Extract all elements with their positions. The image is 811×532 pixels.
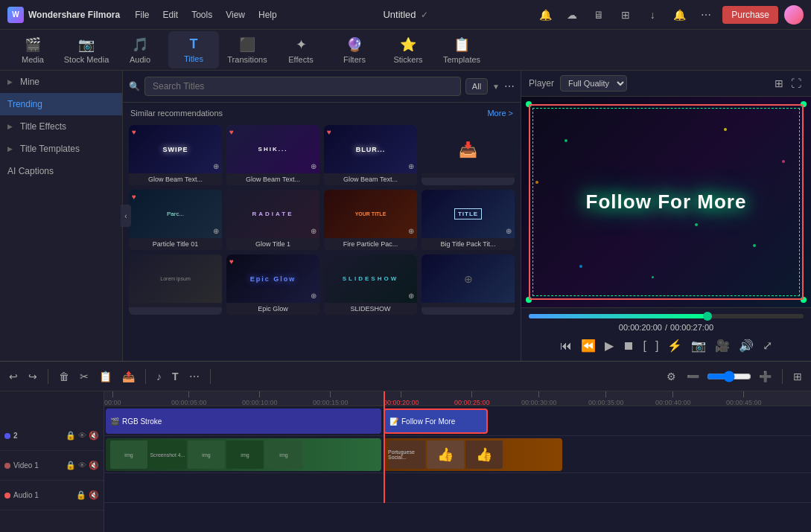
delete-button[interactable]: 🗑 (56, 368, 72, 385)
zoom-in-button[interactable]: ➕ (756, 368, 775, 385)
menu-view[interactable]: View (226, 10, 245, 20)
grid-item-epic-glow[interactable]: ♥ Epic Glow ⊕ Epic Glow (226, 254, 319, 315)
download-icon-glow1[interactable]: ⊕ (213, 162, 219, 170)
quality-select[interactable]: Full Quality (560, 75, 627, 92)
toolbar-stickers[interactable]: ⭐ Stickers (383, 31, 433, 68)
menu-help[interactable]: Help (258, 10, 277, 20)
toolbar-transitions[interactable]: ⬛ Transitions (222, 31, 273, 68)
sidebar-item-trending[interactable]: Trending (0, 93, 122, 115)
sidebar-item-title-templates[interactable]: ▶ Title Templates (0, 138, 122, 160)
audio-button[interactable]: ♪ (153, 368, 165, 385)
fit-button[interactable]: ⤢ (760, 336, 775, 355)
redo-button[interactable]: ↪ (25, 368, 40, 385)
download-icon-glow2[interactable]: ⊕ (311, 162, 317, 170)
sidebar-item-mine[interactable]: ▶ Mine (0, 71, 122, 93)
effects-label: Effects (288, 55, 313, 64)
toolbar-audio[interactable]: 🎵 Audio (115, 31, 165, 68)
menu-tools[interactable]: Tools (191, 10, 212, 20)
sidebar-item-title-effects[interactable]: ▶ Title Effects (0, 115, 122, 138)
snapshot-button[interactable]: 📷 (689, 336, 708, 355)
grid-item-glow3[interactable]: ♥ BLUR... ⊕ Glow Beam Text... (324, 125, 417, 185)
grid-item-fire1[interactable]: YOUR TITLE ⊕ Fire Particle Pac... (324, 190, 417, 250)
mark-out-button[interactable]: ] (653, 337, 661, 355)
download-icon-radiate[interactable]: ⊕ (311, 227, 317, 235)
purchase-button[interactable]: Purchase (722, 6, 778, 24)
track-height-button[interactable]: ⚙ (664, 368, 679, 385)
more-link[interactable]: More > (487, 109, 513, 118)
timeline-thumb[interactable] (703, 312, 712, 321)
sidebar-item-ai-captions[interactable]: AI Captions (0, 160, 122, 182)
grid-item-blank1[interactable]: ⊕ (422, 254, 515, 315)
clip-video-main[interactable]: img Screenshot 4... img img img (106, 438, 381, 471)
track-mute-icon-a1[interactable]: 🔇 (89, 490, 99, 500)
cut-button[interactable]: ✂ (77, 368, 92, 385)
track-eye-icon-2[interactable]: 👁 (78, 431, 86, 440)
stop-button[interactable]: ⏹ (620, 337, 637, 355)
paste-button[interactable]: 📤 (119, 368, 138, 385)
grid-item-particle1[interactable]: ♥ Parc... ⊕ Particle Title 01 (129, 190, 222, 250)
share-icon[interactable]: 🔔 (535, 4, 556, 25)
download-icon-epic[interactable]: ⊕ (311, 292, 317, 300)
toolbar-media[interactable]: 🎬 Media (7, 31, 58, 68)
grid-item-slideshow[interactable]: SLIDESHOW ⊕ SLIDESHOW (324, 254, 417, 315)
collapse-panel-button[interactable]: ‹ (121, 205, 131, 227)
grid-item-glow1[interactable]: ♥ SWIPE ⊕ Glow Beam Text... (129, 125, 222, 185)
grid-item-glow-title1[interactable]: RADIATE ⊕ Glow Title 1 (226, 190, 319, 250)
skip-back-button[interactable]: ⏮ (558, 337, 574, 355)
grid-item-blank-corner[interactable]: 📥 (422, 125, 515, 185)
text-button[interactable]: T (169, 368, 182, 385)
download-icon-glow3[interactable]: ⊕ (408, 162, 414, 170)
grid-view-icon[interactable]: ⊞ (772, 75, 786, 92)
layout-button[interactable]: ⊞ (790, 368, 805, 385)
split-button[interactable]: ⚡ (665, 336, 684, 355)
more-tools-button[interactable]: ⋯ (186, 368, 203, 385)
download-icon-fire[interactable]: ⊕ (408, 227, 414, 235)
download-icon[interactable]: ↓ (642, 4, 663, 25)
clip-follow-more[interactable]: 📝 Follow For More (384, 408, 488, 434)
menu-edit[interactable]: Edit (162, 10, 178, 20)
toolbar-templates[interactable]: 📋 Templates (436, 31, 487, 68)
download-icon-slide[interactable]: ⊕ (408, 292, 414, 300)
play-button[interactable]: ▶ (602, 336, 616, 355)
track-lock-icon-2[interactable]: 🔒 (66, 431, 76, 440)
frame-back-button[interactable]: ⏪ (579, 336, 598, 355)
copy-button[interactable]: 📋 (96, 368, 115, 385)
toolbar-effects[interactable]: ✦ Effects (276, 31, 326, 68)
monitor-icon[interactable]: 🖥 (588, 4, 609, 25)
zoom-slider[interactable] (707, 371, 751, 382)
download-icon-big[interactable]: ⊕ (506, 227, 512, 235)
track-lock-icon-v1[interactable]: 🔒 (66, 461, 76, 470)
mark-in-button[interactable]: [ (641, 337, 649, 355)
filter-dropdown[interactable]: All (465, 78, 488, 94)
clip-portuguese[interactable]: Portuguese Social... 👍 👍 (384, 438, 562, 471)
more-options-button[interactable]: ⋯ (504, 80, 515, 92)
player-timeline[interactable] (529, 314, 804, 318)
camera-button[interactable]: 🎥 (713, 336, 732, 355)
track-mute-icon-2[interactable]: 🔇 (89, 431, 99, 440)
cloud-icon[interactable]: ☁ (562, 4, 582, 25)
grid-item-glow2[interactable]: ♥ SHIK... ⊕ Glow Beam Text... (226, 125, 319, 185)
track-mute-icon-v1[interactable]: 🔇 (89, 461, 99, 470)
toolbar-filters[interactable]: 🔮 Filters (329, 31, 380, 68)
download-icon-p1[interactable]: ⊕ (213, 227, 219, 235)
playhead[interactable] (384, 391, 385, 503)
search-input[interactable] (144, 77, 461, 96)
zoom-out-button[interactable]: ➖ (684, 368, 702, 385)
toolbar-stock-media[interactable]: 📷 Stock Media (61, 31, 112, 68)
clip-rgb-stroke[interactable]: 🎬 RGB Stroke (106, 408, 381, 434)
item-label-big-title: Big Title Pack Tit... (422, 238, 515, 250)
apps-icon[interactable]: ⋯ (696, 4, 716, 25)
grid-item-lorem1[interactable]: Lorem ipsum (129, 254, 222, 315)
menu-file[interactable]: File (135, 10, 149, 20)
undo-button[interactable]: ↩ (6, 368, 21, 385)
fullscreen-icon[interactable]: ⛶ (789, 75, 804, 92)
grid-item-big-title[interactable]: TITLE ⊕ Big Title Pack Tit... (422, 190, 515, 250)
volume-button[interactable]: 🔊 (737, 336, 756, 355)
track-lock-icon-a1[interactable]: 🔒 (76, 490, 86, 500)
bell-icon[interactable]: 🔔 (669, 4, 690, 25)
track-eye-icon-v1[interactable]: 👁 (78, 461, 86, 470)
avatar[interactable] (784, 5, 804, 25)
item-label-glow2: Glow Beam Text... (226, 173, 319, 185)
grid-icon[interactable]: ⊞ (615, 4, 636, 25)
toolbar-titles[interactable]: T Titles (168, 31, 219, 68)
